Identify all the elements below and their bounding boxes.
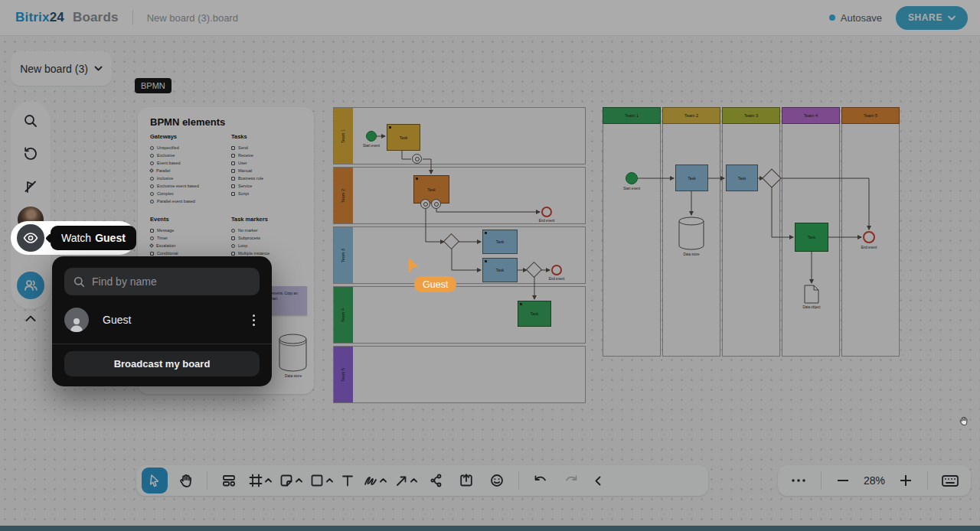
eye-icon [23,233,38,243]
watch-tooltip: Watch Guest [51,226,136,250]
guest-cursor-label: Guest [414,276,456,292]
guest-name: Guest [103,314,131,326]
watch-eye-button[interactable] [17,224,44,252]
person-silhouette-icon [68,315,85,332]
tooltip-prefix: Watch [61,232,91,244]
mouse-hand-cursor [959,415,969,430]
search-field[interactable] [64,268,260,295]
search-input[interactable] [92,275,237,288]
search-icon [74,276,85,288]
watch-popup: Guest Broadcast my board [52,256,272,386]
app-window: Bitrix24 Boards New board (3).board Auto… [0,0,980,531]
guest-pointer-icon [406,259,420,274]
popup-divider [52,344,272,344]
guest-avatar [64,308,89,332]
tooltip-guest-name: Guest [95,232,126,244]
watch-highlight-row: Watch Guest [11,221,136,255]
guest-cursor: Guest [406,259,420,277]
guest-user-row[interactable]: Guest [64,305,260,335]
broadcast-board-button[interactable]: Broadcast my board [64,351,260,376]
guest-menu-button[interactable] [248,311,260,329]
